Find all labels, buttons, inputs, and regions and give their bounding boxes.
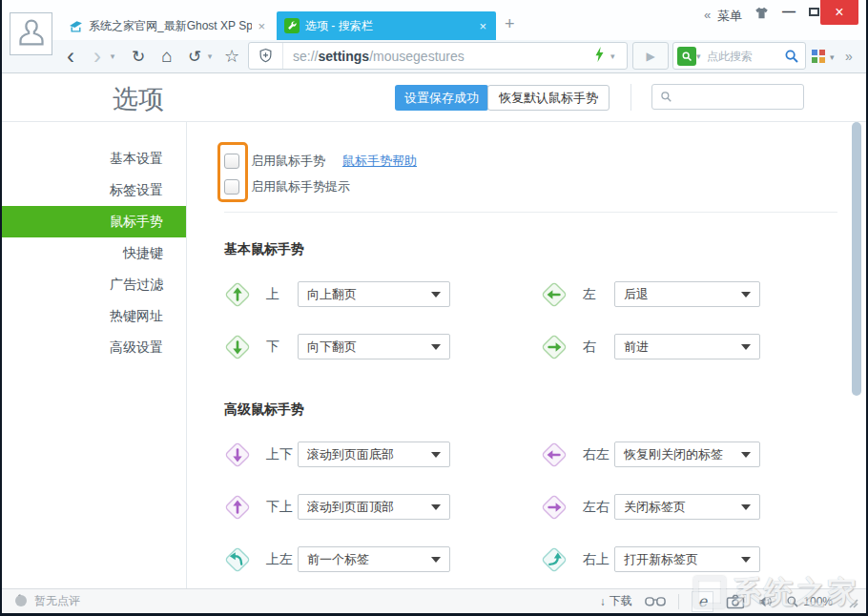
review-label: 暂无点评 — [34, 593, 80, 609]
gesture-up-left-icon — [224, 546, 251, 573]
gesture-row: 下 向下翻页 — [224, 320, 541, 373]
tab-strip: 系统之家官网_最新Ghost XP Sp × 选项 - 搜索栏 × + « 菜单… — [2, 0, 866, 40]
settings-search-field[interactable] — [651, 84, 804, 110]
close-button[interactable]: × — [820, 0, 858, 25]
url-text: se://settings/mousegestures — [293, 49, 465, 64]
tab-close-icon[interactable]: × — [477, 19, 488, 33]
save-status-button[interactable]: 设置保存成功 — [395, 85, 488, 111]
extensions-grid-icon[interactable] — [811, 49, 826, 68]
chevron-down-icon — [431, 504, 441, 510]
gesture-action-select[interactable]: 滚动到页面底部 — [298, 441, 450, 467]
minimize-button[interactable]: — — [776, 0, 801, 23]
enable-gestures-checkbox[interactable] — [224, 154, 239, 169]
gesture-row: 下上 滚动到页面顶部 — [224, 481, 541, 533]
speaker-icon[interactable] — [757, 595, 774, 608]
sidebar-item-basic-settings[interactable]: 基本设置 — [2, 143, 186, 175]
gesture-direction-label: 右左 — [583, 446, 614, 463]
status-bar: 暂无点评 ↓ 下载 e 100% — [2, 588, 866, 613]
gesture-action-select[interactable]: 向下翻页 — [298, 334, 450, 359]
incognito-mask-icon[interactable] — [645, 596, 666, 607]
gesture-action-select[interactable]: 前进 — [614, 334, 760, 359]
undo-close-button[interactable]: ↺ — [184, 40, 205, 72]
restore-defaults-button[interactable]: 恢复默认鼠标手势 — [487, 85, 610, 111]
mouse-gestures-panel: 启用鼠标手势 鼠标手势帮助 启用鼠标手势提示 基本鼠标手势 上 向上翻页 — [187, 122, 866, 588]
gesture-action-select[interactable]: 前一个标签 — [298, 546, 450, 572]
menu-button[interactable]: 菜单 — [717, 8, 742, 25]
resize-grip[interactable] — [845, 595, 858, 608]
gesture-action-select[interactable]: 后退 — [614, 281, 760, 307]
selected-action: 滚动到页面底部 — [307, 446, 394, 463]
lightning-caret[interactable]: ▾ — [610, 51, 620, 61]
toolbar-overflow-icon[interactable]: » — [845, 49, 853, 64]
search-icon — [660, 91, 672, 103]
forward-button[interactable]: › — [86, 40, 109, 72]
forward-history-caret[interactable]: ▾ — [108, 40, 117, 72]
settings-search-input[interactable] — [678, 90, 803, 105]
sidebar-item-mouse-gestures[interactable]: 鼠标手势 — [2, 206, 186, 237]
gesture-action-select[interactable]: 打开新标签页 — [614, 546, 760, 572]
gesture-row: 上下 滚动到页面底部 — [224, 428, 541, 481]
search-submit-icon[interactable] — [784, 49, 799, 64]
gesture-action-select[interactable]: 滚动到页面顶部 — [298, 494, 450, 520]
undo-history-caret[interactable]: ▾ — [205, 40, 215, 72]
gesture-direction-label: 右 — [583, 339, 614, 356]
download-arrow-icon: ↓ — [600, 595, 606, 608]
statusbar-divider — [678, 594, 679, 609]
sidebar-item-ad-filter[interactable]: 广告过滤 — [2, 269, 186, 300]
gesture-help-link[interactable]: 鼠标手势帮助 — [342, 153, 417, 170]
download-button[interactable]: ↓ 下载 — [600, 593, 632, 609]
gesture-action-select[interactable]: 关闭标签页 — [614, 494, 760, 520]
advanced-gestures-grid: 上下 滚动到页面底部 右左 恢复刚关闭的标签 下上 滚动到页面顶部 左右 关闭标… — [224, 428, 866, 585]
screenshot-button[interactable] — [726, 594, 745, 609]
scrollbar-thumb[interactable] — [852, 122, 861, 396]
new-tab-button[interactable]: + — [505, 15, 515, 32]
section-divider — [224, 212, 837, 213]
gesture-row: 上 向上翻页 — [224, 268, 541, 320]
sidebar-item-tab-settings[interactable]: 标签设置 — [2, 175, 186, 206]
page-title: 选项 — [113, 82, 164, 116]
settings-page: 选项 设置保存成功 恢复默认鼠标手势 基本设置 标签设置 鼠标手势 快捷键 广告… — [2, 73, 866, 588]
basic-gestures-title: 基本鼠标手势 — [224, 241, 866, 258]
extensions-caret[interactable]: ▾ — [830, 52, 835, 62]
quick-launch-lightning-icon[interactable] — [594, 47, 605, 66]
tab-close-icon[interactable]: × — [256, 19, 267, 33]
browser-window: { "window": { "menu_chevron": "«", "menu… — [0, 0, 868, 616]
chevron-down-icon — [741, 504, 751, 510]
gesture-row: 左 后退 — [541, 268, 866, 320]
tab-options-active[interactable]: 选项 - 搜索栏 × — [277, 11, 496, 40]
search-engine-caret[interactable]: ▾ — [696, 51, 703, 61]
settings-sidebar: 基本设置 标签设置 鼠标手势 快捷键 广告过滤 热键网址 高级设置 — [2, 122, 187, 588]
gesture-action-select[interactable]: 向上翻页 — [298, 281, 450, 307]
search-input[interactable] — [703, 50, 784, 63]
gesture-up-icon — [224, 281, 251, 308]
address-bar[interactable]: se://settings/mousegestures ▾ — [248, 42, 628, 70]
ie-compatibility-button[interactable]: e — [692, 591, 713, 612]
refresh-button[interactable]: ↻ — [126, 40, 151, 72]
search-engine-icon[interactable] — [677, 47, 696, 66]
skin-theme-icon[interactable] — [754, 6, 770, 24]
gesture-left-icon — [541, 281, 568, 308]
zoom-control[interactable]: 100% — [786, 595, 833, 608]
chevron-down-icon — [741, 344, 751, 350]
home-button[interactable]: ⌂ — [155, 40, 179, 72]
gesture-tips-checkbox[interactable] — [224, 179, 239, 195]
gesture-action-select[interactable]: 恢复刚关闭的标签 — [614, 441, 760, 467]
gesture-direction-label: 上左 — [266, 551, 298, 568]
user-avatar[interactable] — [10, 12, 52, 55]
tab-systemhome[interactable]: 系统之家官网_最新Ghost XP Sp × — [61, 11, 275, 40]
bookmark-star-icon[interactable]: ☆ — [219, 40, 244, 72]
gesture-direction-label: 上 — [266, 286, 298, 303]
zoom-level-value: 100% — [803, 595, 833, 608]
sidebar-item-shortcuts[interactable]: 快捷键 — [2, 237, 186, 269]
site-review-button[interactable]: 暂无点评 — [13, 592, 80, 610]
person-icon — [16, 16, 47, 52]
sidebar-item-hotkey-urls[interactable]: 热键网址 — [2, 300, 186, 332]
back-button[interactable]: ‹ — [59, 40, 82, 72]
chevron-down-icon — [741, 452, 751, 458]
gesture-row: 右上 打开新标签页 — [541, 533, 866, 585]
go-button[interactable]: ▶ — [632, 42, 669, 70]
sidebar-item-advanced-settings[interactable]: 高级设置 — [2, 332, 186, 363]
collapse-chevron-icon[interactable]: « — [704, 8, 711, 22]
selected-action: 向下翻页 — [307, 339, 357, 356]
security-shield-icon[interactable] — [249, 43, 283, 69]
